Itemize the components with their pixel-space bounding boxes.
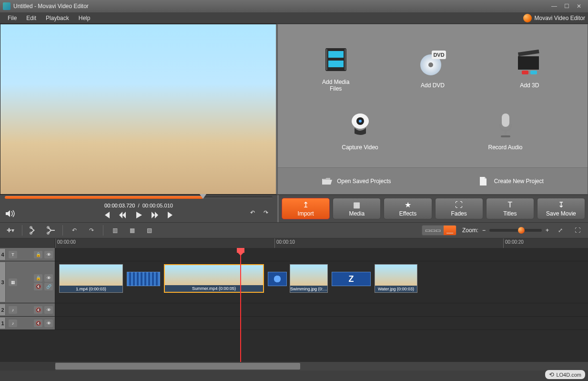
close-button[interactable]: ✕ — [573, 2, 585, 10]
zoom-in-button[interactable]: + — [546, 227, 549, 234]
transport-panel: 00:00:03.720 / 00:00:05.010 ↶ ↷ — [0, 195, 279, 222]
fullscreen-button[interactable]: ⛶ — [572, 225, 583, 236]
redo-button[interactable]: ↷ — [261, 208, 271, 217]
timeline-clip[interactable]: Summer.mp4 (0:00:05) — [164, 264, 264, 293]
track-2-header[interactable]: 2 ♪ 🔇 👁 — [0, 303, 55, 316]
timeline-toolbar: ✚▾ ↶ ↷ ▥ ▦ ▧ ▭▭▭ ⎯⎯ Zoom: − + ⤢ ⛶ — [0, 222, 588, 238]
timeline-ruler[interactable]: 00:00:0000:00:1000:00:20 — [0, 238, 588, 248]
tab-import[interactable]: ↥Import — [282, 198, 330, 219]
track-3-lock-button[interactable]: 🔒 — [34, 274, 42, 282]
menu-help[interactable]: Help — [74, 13, 95, 23]
timeline-clip[interactable]: 1.mp4 (0:00:03) — [59, 264, 123, 293]
add-track-button[interactable]: ✚▾ — [5, 225, 16, 236]
minimize-button[interactable]: — — [548, 2, 560, 10]
seek-knob[interactable] — [200, 194, 206, 201]
svg-rect-12 — [530, 71, 537, 74]
menu-file[interactable]: File — [3, 13, 21, 23]
go-end-button[interactable] — [166, 210, 176, 220]
undo-button[interactable]: ↶ — [248, 208, 257, 217]
timeline-clip[interactable]: Swimming.jpg (0:… — [290, 264, 328, 293]
add-3d-button[interactable]: Add 3D — [487, 37, 572, 99]
track-1-body[interactable] — [55, 317, 588, 330]
seek-track[interactable] — [5, 196, 273, 199]
track-4-visibility-button[interactable]: 👁 — [44, 251, 53, 258]
add-dvd-label: Add DVD — [421, 82, 445, 89]
add-media-files-button[interactable]: Add Media Files — [293, 37, 379, 99]
svg-rect-2 — [328, 61, 344, 67]
zoom-out-button[interactable]: − — [482, 227, 486, 234]
track-2-body[interactable] — [55, 303, 588, 316]
tab-save-movie[interactable]: ↧Save Movie — [537, 198, 585, 219]
import-panel: Add Media Files DVD Add DVD Add 3D Captu… — [277, 24, 588, 195]
zoom-slider[interactable] — [489, 229, 542, 232]
menu-playback[interactable]: Playback — [41, 13, 74, 23]
timeline-view-button[interactable]: ⎯⎯ — [444, 226, 456, 235]
tab-media[interactable]: ▦Media — [333, 198, 381, 219]
tab-fades[interactable]: ⛶Fades — [435, 198, 483, 219]
track-3-visibility-button[interactable]: 👁 — [44, 274, 53, 282]
volume-button[interactable] — [6, 210, 16, 217]
storyboard-view-button[interactable]: ▭▭▭ — [422, 226, 444, 235]
redo-tl-button[interactable]: ↷ — [86, 225, 97, 236]
media-icon: ▦ — [353, 200, 360, 209]
maximize-button[interactable]: ☐ — [560, 2, 573, 10]
track-3-number: 3 — [0, 262, 6, 302]
svg-point-6 — [428, 62, 433, 67]
create-new-project-button[interactable]: Create New Project — [479, 176, 544, 186]
step-back-button[interactable] — [118, 210, 127, 220]
record-audio-label: Record Audio — [488, 144, 522, 151]
timeline-clip[interactable]: Water.jpg (0:00:03) — [375, 264, 417, 293]
properties-button[interactable]: ▦ — [126, 225, 138, 236]
playhead-knob[interactable] — [237, 248, 244, 253]
current-time: 00:00:03.720 — [104, 203, 135, 208]
playhead[interactable] — [240, 248, 241, 362]
capture-video-button[interactable]: Capture Video — [317, 99, 403, 161]
play-button[interactable] — [134, 210, 143, 220]
zoom-knob[interactable] — [518, 227, 525, 234]
effects-tl-button[interactable]: ▧ — [143, 225, 155, 236]
horizontal-scrollbar[interactable] — [55, 362, 588, 371]
scrollbar-thumb[interactable] — [55, 363, 300, 370]
track-3-header[interactable]: 3 ▦ 🔒👁 🔇🔗 — [0, 261, 55, 303]
track-2-mute-button[interactable]: 🔇 — [34, 306, 42, 314]
ruler-tick: 00:00:10 — [274, 238, 295, 248]
track-3: 3 ▦ 🔒👁 🔇🔗 1.mp4 (0:00:03)Summer.mp4 (0:0… — [0, 261, 588, 303]
go-start-button[interactable] — [101, 210, 111, 220]
tab-titles[interactable]: TTitles — [486, 198, 534, 219]
save-movie-icon: ↧ — [558, 200, 564, 209]
track-1-header[interactable]: 1 ♪ 🔇 👁 — [0, 317, 55, 330]
open-saved-projects-button[interactable]: Open Saved Projects — [322, 176, 391, 186]
track-3-mute-button[interactable]: 🔇 — [34, 283, 42, 290]
track-3-body[interactable]: 1.mp4 (0:00:03)Summer.mp4 (0:00:05)Swimm… — [55, 261, 588, 303]
track-1-mute-button[interactable]: 🔇 — [34, 319, 42, 327]
svg-rect-4 — [345, 49, 346, 70]
track-4-number: 4 — [0, 249, 6, 260]
svg-rect-3 — [326, 49, 327, 70]
track-2: 2 ♪ 🔇 👁 — [0, 303, 588, 317]
split-button[interactable] — [28, 225, 40, 236]
svg-text:DVD: DVD — [433, 52, 444, 58]
cut-button[interactable] — [45, 225, 57, 236]
timeline-transition[interactable]: Z — [332, 272, 371, 286]
track-4-body[interactable] — [55, 248, 588, 261]
timeline-transition[interactable] — [127, 272, 160, 286]
track-1-visibility-button[interactable]: 👁 — [44, 319, 53, 327]
track-4-lock-button[interactable]: 🔒 — [34, 251, 42, 258]
track-4-header[interactable]: 4 T 🔒 👁 — [0, 248, 55, 261]
track-3-link-button[interactable]: 🔗 — [44, 283, 53, 290]
menu-edit[interactable]: Edit — [21, 13, 41, 23]
undo-tl-button[interactable]: ↶ — [69, 225, 80, 236]
capture-video-label: Capture Video — [342, 144, 378, 151]
timeline: 00:00:0000:00:1000:00:20 4 T 🔒 👁 3 ▦ 🔒👁 … — [0, 238, 588, 371]
fit-zoom-button[interactable]: ⤢ — [555, 225, 566, 236]
step-forward-button[interactable] — [150, 210, 160, 220]
add-dvd-button[interactable]: DVD Add DVD — [390, 37, 476, 99]
track-2-visibility-button[interactable]: 👁 — [44, 306, 53, 314]
tab-effects[interactable]: ★Effects — [384, 198, 432, 219]
timeline-transition[interactable] — [268, 272, 287, 286]
crop-button[interactable]: ▥ — [109, 225, 121, 236]
microphone-icon — [490, 110, 521, 140]
record-audio-button[interactable]: Record Audio — [463, 99, 548, 161]
track-1: 1 ♪ 🔇 👁 — [0, 317, 588, 330]
video-preview[interactable] — [0, 24, 277, 195]
